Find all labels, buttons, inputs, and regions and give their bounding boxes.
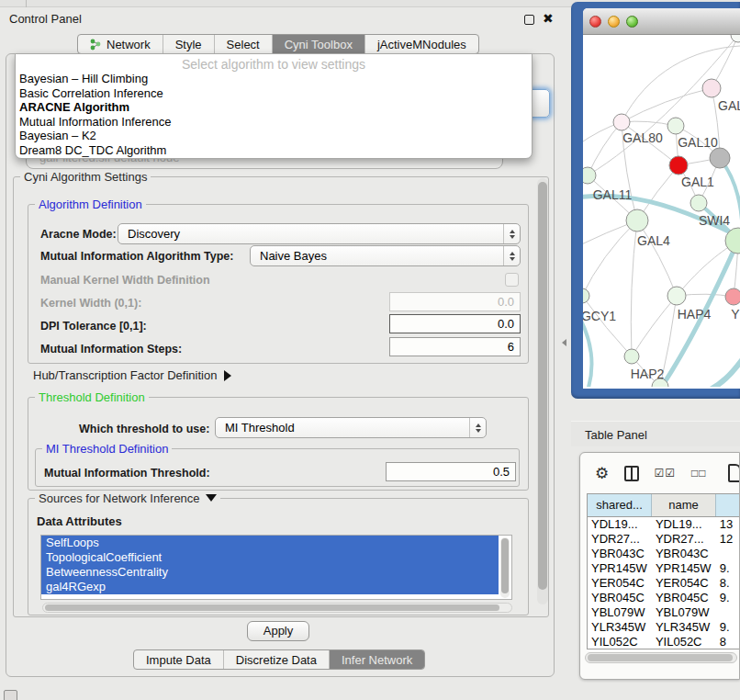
- mi-threshold-field[interactable]: 0.5: [386, 462, 516, 481]
- node-gcy1[interactable]: [583, 288, 589, 303]
- table-row[interactable]: YIL052CYIL052C8: [588, 635, 740, 649]
- scrollbar-thumb[interactable]: [538, 182, 547, 590]
- sources-title[interactable]: Sources for Network Inference: [35, 491, 220, 505]
- attributes-horizontal-scrollbar[interactable]: [42, 603, 512, 613]
- splitter-arrow-icon[interactable]: [562, 339, 566, 346]
- expand-right-icon: [224, 370, 231, 381]
- dropdown-placeholder: Select algorithm to view settings: [16, 54, 532, 72]
- apply-button[interactable]: Apply: [247, 621, 309, 641]
- table-row[interactable]: YBL079WYBL079W: [588, 605, 740, 620]
- manual-kernel-label: Manual Kernel Width Definition: [40, 274, 210, 287]
- hub-definition-disclosure[interactable]: Hub/Transcription Factor Definition: [33, 368, 231, 382]
- tab-impute-data[interactable]: Impute Data: [134, 650, 223, 669]
- node-gal1[interactable]: [669, 156, 688, 175]
- svg-text:GAL1: GAL1: [681, 175, 714, 189]
- node-gray[interactable]: [710, 148, 730, 168]
- combo-value: Naive Bayes: [251, 249, 503, 263]
- select-all-columns-icon[interactable]: ☑☑: [655, 467, 677, 480]
- combo-spinner-icon: [503, 224, 520, 243]
- dropdown-item[interactable]: Dream8 DC_TDC Algorithm: [16, 143, 532, 158]
- node-gal10[interactable]: [667, 118, 684, 134]
- control-panel-header: Control Panel ✖: [0, 8, 562, 30]
- table-horizontal-scrollbar[interactable]: [585, 652, 737, 663]
- restore-panel-icon[interactable]: [4, 690, 17, 700]
- table-row[interactable]: YDL19...YDL19...13: [588, 517, 740, 532]
- scrollbar-thumb[interactable]: [588, 654, 733, 661]
- table-row[interactable]: YBR043CYBR043C: [588, 547, 740, 561]
- svg-text:GAL10: GAL10: [678, 135, 718, 150]
- column-header-partial[interactable]: [716, 494, 740, 516]
- new-table-icon[interactable]: [728, 464, 740, 482]
- network-nodes[interactable]: [583, 35, 740, 387]
- table-row[interactable]: YDR27...YDR27...12: [588, 532, 740, 547]
- combo-spinner-icon: [503, 246, 520, 265]
- mi-steps-field[interactable]: 6: [389, 337, 521, 356]
- dropdown-item[interactable]: Bayesian – K2: [16, 129, 532, 143]
- window-zoom-icon[interactable]: [626, 16, 638, 28]
- dropdown-item[interactable]: Mutual Information Inference: [16, 115, 532, 130]
- attributes-vertical-scrollbar[interactable]: [500, 537, 510, 598]
- table-row[interactable]: YER054CYER054C8.: [588, 576, 740, 591]
- tab-discretize-data[interactable]: Discretize Data: [223, 650, 329, 669]
- network-window-titlebar[interactable]: [583, 8, 740, 35]
- tab-style[interactable]: Style: [163, 35, 214, 53]
- scrollbar-thumb[interactable]: [501, 538, 509, 593]
- node-hap4[interactable]: [667, 287, 686, 305]
- tab-network[interactable]: Network: [78, 35, 163, 53]
- window-minimize-icon[interactable]: [608, 16, 620, 28]
- dpi-tolerance-field[interactable]: 0.0: [389, 314, 521, 333]
- node-gal7[interactable]: [702, 79, 721, 97]
- tab-cyni-toolbox[interactable]: Cyni Toolbox: [272, 35, 364, 53]
- node-hap2[interactable]: [624, 349, 639, 364]
- attribute-item[interactable]: gal4RGexp: [41, 580, 499, 594]
- combo-value: Discovery: [118, 227, 503, 241]
- deselect-all-columns-icon[interactable]: □□: [691, 467, 707, 480]
- table-row[interactable]: YLR345WYLR345W9.: [588, 620, 740, 635]
- network-window-frame[interactable]: GAL GAL80 GAL10 GAL1 GAL11 SWI4 GAL4 GCY…: [571, 2, 740, 399]
- dropdown-item[interactable]: Basic Correlation Inference: [16, 86, 532, 101]
- svg-text:HAP2: HAP2: [631, 367, 665, 381]
- table-row[interactable]: YPR145WYPR145W9.: [588, 561, 740, 576]
- scrollbar-thumb[interactable]: [45, 604, 499, 611]
- node-swi4[interactable]: [690, 195, 707, 211]
- attribute-item[interactable]: SelfLoops: [41, 536, 499, 550]
- tab-infer-network[interactable]: Infer Network: [329, 650, 424, 669]
- aracne-mode-label: Aracne Mode:: [40, 228, 117, 241]
- float-window-icon[interactable]: [524, 15, 534, 25]
- mi-type-combo[interactable]: Naive Bayes: [250, 245, 521, 266]
- node-gal4[interactable]: [626, 209, 648, 231]
- network-canvas[interactable]: GAL GAL80 GAL10 GAL1 GAL11 SWI4 GAL4 GCY…: [583, 35, 740, 387]
- kernel-width-field[interactable]: 0.0: [389, 292, 521, 311]
- tab-label: Style: [175, 38, 202, 51]
- svg-text:SWI4: SWI4: [699, 213, 730, 228]
- aracne-mode-combo[interactable]: Discovery: [118, 223, 521, 244]
- window-close-icon[interactable]: [589, 16, 601, 28]
- gear-icon[interactable]: ⚙: [595, 466, 609, 481]
- tab-label: Discretize Data: [236, 653, 317, 667]
- node-gal80[interactable]: [613, 114, 630, 130]
- which-threshold-combo[interactable]: MI Threshold: [215, 417, 487, 438]
- columns-icon[interactable]: [624, 466, 638, 481]
- manual-kernel-checkbox[interactable]: [505, 273, 519, 287]
- svg-text:GCY1: GCY1: [583, 309, 616, 323]
- dropdown-item-selected[interactable]: ARACNE Algorithm: [16, 100, 532, 115]
- kernel-width-label: Kernel Width (0,1):: [40, 297, 141, 310]
- node[interactable]: [731, 35, 740, 42]
- column-header-shared-name[interactable]: shared...: [588, 494, 652, 516]
- close-icon[interactable]: ✖: [543, 11, 554, 26]
- dropdown-item[interactable]: Bayesian – Hill Climbing: [16, 72, 532, 86]
- node-gal11[interactable]: [583, 167, 596, 184]
- settings-scrollbar[interactable]: [537, 178, 548, 604]
- table-row[interactable]: YBR045CYBR045C9.: [588, 591, 740, 605]
- algorithm-dropdown: Select algorithm to view settings Bayesi…: [15, 53, 533, 159]
- data-attributes-list[interactable]: SelfLoops TopologicalCoefficient Between…: [40, 535, 512, 600]
- tab-select[interactable]: Select: [214, 35, 272, 53]
- tab-label: Select: [227, 38, 260, 51]
- column-header-name[interactable]: name: [652, 494, 716, 516]
- attribute-item[interactable]: BetweennessCentrality: [41, 565, 499, 580]
- attribute-item[interactable]: TopologicalCoefficient: [41, 550, 499, 565]
- tab-jactivemnodules[interactable]: jActiveMNodules: [364, 35, 478, 53]
- mi-type-label: Mutual Information Algorithm Type:: [40, 250, 233, 263]
- control-panel-title: Control Panel: [9, 12, 82, 26]
- node-pink[interactable]: [725, 288, 740, 305]
